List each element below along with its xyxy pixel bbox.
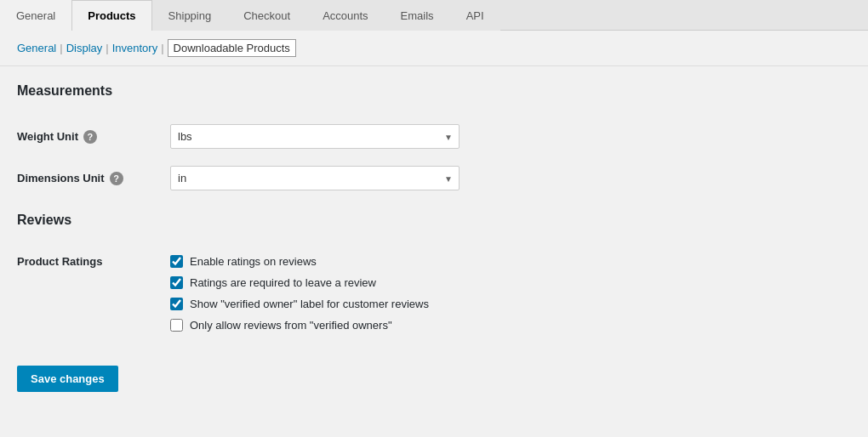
subnav-inventory[interactable]: Inventory [112,42,157,54]
tab-emails[interactable]: Emails [385,0,450,31]
save-changes-button[interactable]: Save changes [17,366,118,392]
weight-unit-label: Weight Unit ? [17,130,170,144]
dimensions-unit-label-text: Dimensions Unit [17,172,105,184]
tab-checkout[interactable]: Checkout [227,0,306,31]
weight-unit-row: Weight Unit ? lbs kg oz g ▼ [17,116,749,157]
subnav-sep-1: | [60,42,62,54]
checkbox-row-0: Enable ratings on reviews [170,255,429,268]
dimensions-unit-control: in cm m mm ▼ [170,166,749,190]
tab-products[interactable]: Products [71,0,151,31]
weight-unit-select[interactable]: lbs kg oz g [170,124,460,149]
weight-unit-select-wrapper: lbs kg oz g ▼ [170,124,460,149]
tab-accounts[interactable]: Accounts [306,0,384,31]
subnav-sep-3: | [161,42,163,54]
tab-shipping[interactable]: Shipping [152,0,228,31]
checkbox-verified-owner-label[interactable] [170,298,183,310]
weight-unit-help-icon[interactable]: ? [83,130,97,144]
weight-unit-label-text: Weight Unit [17,130,78,143]
tab-api[interactable]: API [450,0,500,31]
checkbox-row-1: Ratings are required to leave a review [170,276,429,289]
checkbox-ratings-required-label: Ratings are required to leave a review [190,276,376,289]
subnav-display[interactable]: Display [66,42,103,54]
product-ratings-control: Enable ratings on reviews Ratings are re… [170,255,749,332]
weight-unit-control: lbs kg oz g ▼ [170,124,749,149]
checkbox-row-3: Only allow reviews from "verified owners… [170,319,429,332]
dimensions-unit-row: Dimensions Unit ? in cm m mm ▼ [17,157,749,199]
subnav-general[interactable]: General [17,42,56,54]
checkbox-enable-ratings-label: Enable ratings on reviews [190,255,317,268]
checkbox-verified-owner-label-text: Show "verified owner" label for customer… [190,298,429,310]
tab-general[interactable]: General [0,0,71,31]
product-ratings-row: Product Ratings Enable ratings on review… [17,245,749,340]
reviews-title: Reviews [17,213,749,231]
footer-actions: Save changes [17,357,749,392]
dimensions-unit-select[interactable]: in cm m mm [170,166,460,190]
top-tabs: General Products Shipping Checkout Accou… [0,0,868,31]
dimensions-unit-select-wrapper: in cm m mm ▼ [170,166,460,190]
checkbox-only-verified[interactable] [170,319,183,332]
main-content: Measurements Weight Unit ? lbs kg oz g ▼… [0,66,766,409]
subnav-downloadable-products[interactable]: Downloadable Products [168,39,296,57]
product-ratings-label-text: Product Ratings [17,255,102,268]
dimensions-unit-label: Dimensions Unit ? [17,172,170,185]
checkbox-ratings-required[interactable] [170,276,183,289]
checkbox-only-verified-label: Only allow reviews from "verified owners… [190,319,392,332]
subnav-sep-2: | [106,42,108,54]
product-ratings-checkboxes: Enable ratings on reviews Ratings are re… [170,255,429,332]
sub-nav: General | Display | Inventory | Download… [0,31,868,66]
product-ratings-label: Product Ratings [17,255,170,268]
dimensions-unit-help-icon[interactable]: ? [110,172,123,185]
checkbox-row-2: Show "verified owner" label for customer… [170,298,429,310]
checkbox-enable-ratings[interactable] [170,255,183,268]
measurements-title: Measurements [17,83,749,102]
